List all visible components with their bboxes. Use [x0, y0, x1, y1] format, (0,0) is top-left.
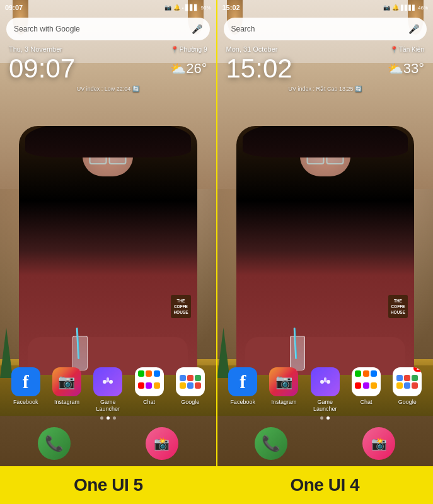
- date-weather-left: Thu, 3 November 📍 Phường 9 09:07 ⛅ 26° U…: [0, 45, 216, 92]
- clock-right: 15:02: [226, 54, 292, 83]
- google-badge-right: 14: [413, 367, 422, 372]
- chat-icon-left: [135, 367, 164, 396]
- gamelauncher-icon-right: [311, 367, 340, 396]
- status-time-right: 15:02: [222, 4, 240, 11]
- search-text-left: Search with Google: [14, 25, 192, 33]
- phone-button-left[interactable]: 📞: [38, 427, 71, 460]
- google-label-right: Google: [398, 399, 417, 406]
- ui-version-right: One UI 4: [290, 475, 359, 495]
- google-label-left: Google: [181, 399, 199, 406]
- facebook-label-right: Facebook: [230, 399, 255, 406]
- uv-left: UV index : Low 22:04 🔄: [9, 86, 207, 92]
- search-text-right: Search: [231, 25, 409, 33]
- labels-row: One UI 5 One UI 4: [0, 466, 433, 504]
- app-google-left[interactable]: Google: [174, 367, 207, 406]
- status-icons-left: 📷 🔔 • ▋▋▋ 90%: [165, 4, 211, 11]
- uv-right: UV index : Rất Cao 13:25 🔄: [226, 86, 425, 92]
- app-gamelauncher-left[interactable]: GameLauncher: [91, 367, 124, 413]
- app-instagram-left[interactable]: 📷 Instagram: [50, 367, 83, 406]
- gamelauncher-icon-left: [93, 367, 122, 396]
- app-google-right[interactable]: 14 Google: [391, 367, 424, 406]
- dot-right-1: [320, 416, 323, 420]
- instagram-icon-right: 📷: [269, 367, 298, 396]
- app-facebook-left[interactable]: f Facebook: [9, 367, 42, 406]
- chat-label-right: Chat: [361, 399, 372, 406]
- app-facebook-right[interactable]: f Facebook: [226, 367, 259, 406]
- camera-button-right[interactable]: 📸: [362, 427, 395, 460]
- svg-rect-2: [107, 377, 109, 382]
- app-chat-left[interactable]: Chat: [133, 367, 166, 406]
- search-bar-left[interactable]: Search with Google 🎤: [6, 18, 210, 40]
- google-icon-left: [176, 367, 205, 396]
- label-cell-left: One UI 5: [0, 466, 217, 504]
- mic-icon-right[interactable]: 🎤: [408, 24, 419, 34]
- app-dock-right: f Facebook 📷 Instagram: [217, 367, 434, 413]
- gamelauncher-label-right: GameLauncher: [313, 399, 337, 413]
- page-dots-right: [217, 416, 434, 420]
- clock-left: 09:07: [9, 54, 75, 83]
- page-dots-left: [0, 416, 216, 420]
- facebook-icon-right: f: [228, 367, 257, 396]
- location-left: 📍 Phường 9: [171, 46, 207, 53]
- app-instagram-right[interactable]: 📷 Instagram: [267, 367, 300, 406]
- left-phone: THECOFFEHOUSE 09:07 📷 🔔 • ▋▋▋ 90% Search…: [0, 0, 216, 466]
- date-weather-right: Mon, 31 October 📍 Tân Kiên 15:02 ⛅ 33° U…: [217, 45, 434, 92]
- facebook-icon-left: f: [11, 367, 40, 396]
- dot-right-2: [326, 416, 330, 420]
- instagram-label-right: Instagram: [271, 399, 296, 406]
- status-icons-right: 📷 🔔 ▋▋▋▋ 46%: [383, 4, 428, 11]
- search-bar-right[interactable]: Search 🎤: [224, 18, 427, 40]
- svg-rect-5: [324, 377, 326, 382]
- ui-version-left: One UI 5: [74, 475, 143, 495]
- chat-icon-right: [352, 367, 381, 396]
- temp-left: 26°: [186, 60, 207, 77]
- date-right: Mon, 31 October: [226, 45, 278, 53]
- google-icon-right: 14: [393, 367, 422, 396]
- location-right: 📍 Tân Kiên: [390, 46, 424, 53]
- svg-point-3: [320, 380, 324, 384]
- svg-point-0: [103, 380, 107, 384]
- camera-button-left[interactable]: 📸: [146, 427, 178, 460]
- facebook-label-left: Facebook: [13, 399, 38, 406]
- status-time-left: 09:07: [5, 4, 23, 11]
- bottom-bar-right: 📞 📸: [217, 427, 434, 460]
- svg-point-1: [109, 380, 113, 384]
- right-phone: THECOFFEHOUSE 15:02 📷 🔔 ▋▋▋▋ 46% Search …: [217, 0, 434, 466]
- instagram-icon-left: 📷: [52, 367, 81, 396]
- temp-right: 33°: [403, 60, 424, 77]
- chat-label-left: Chat: [143, 399, 155, 406]
- gamelauncher-label-left: GameLauncher: [96, 399, 120, 413]
- label-cell-right: One UI 4: [217, 466, 434, 504]
- bottom-bar-left: 📞 📸: [0, 427, 216, 460]
- app-dock-left: f Facebook 📷 Instagram: [0, 367, 216, 413]
- dot-left-2: [107, 416, 110, 420]
- instagram-label-left: Instagram: [54, 399, 79, 406]
- date-left: Thu, 3 November: [9, 45, 62, 53]
- status-bar-right: 15:02 📷 🔔 ▋▋▋▋ 46%: [217, 0, 434, 15]
- dot-left-1: [100, 416, 103, 420]
- dot-left-3: [113, 416, 116, 420]
- app-chat-right[interactable]: Chat: [350, 367, 383, 406]
- phone-button-right[interactable]: 📞: [255, 427, 287, 460]
- app-gamelauncher-right[interactable]: GameLauncher: [309, 367, 342, 413]
- mic-icon-left[interactable]: 🎤: [192, 24, 202, 34]
- svg-point-4: [326, 380, 330, 384]
